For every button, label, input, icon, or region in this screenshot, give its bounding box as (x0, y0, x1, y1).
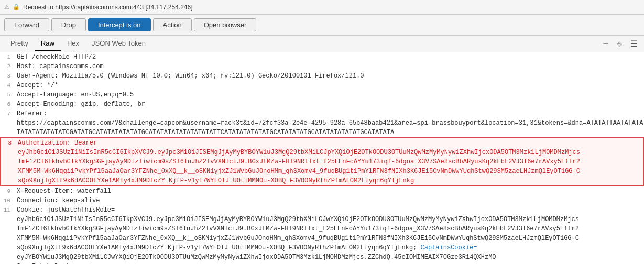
line-number: 1 (0, 52, 15, 62)
wordwrap-icon[interactable]: ⎓ (601, 38, 610, 50)
forward-button[interactable]: Forward (4, 18, 49, 31)
table-row: 12Sec-Fetch-Dest: empty (0, 262, 644, 264)
menu-icon[interactable]: ☰ (628, 38, 640, 50)
line-number: 11 (0, 205, 15, 215)
table-row: XFMM5M-Wk6Hqgi1PvkYPfl5aaJaOar3YFZNhe_0x… (0, 234, 644, 243)
line-number (0, 215, 15, 224)
line-content: Connection: keep-alive (15, 196, 644, 205)
line-number (1, 167, 16, 176)
table-row: 1GET /checkRole HTTP/2 (0, 52, 644, 62)
top-bar: ⚠ 🔒 Request to https://captainscomms.com… (0, 0, 644, 15)
line-content: ImF1ZCI6IkhvbGlkYXkgSGFjayAyMDIzIiwicm9s… (15, 224, 644, 234)
table-row: 2Host: captainscomms.com (0, 62, 644, 71)
line-number: 2 (0, 62, 15, 71)
table-row: https://captainscomms.com/?&challenge=ca… (0, 118, 644, 137)
table-row: 8Authorization: Bearer (1, 138, 643, 148)
line-content: eyJYBOYW1uJ3MgQ29tbXMiLCJwYXQiOjE2OTkOOD… (15, 252, 644, 262)
line-content: Host: captainscomms.com (15, 62, 644, 71)
line-content: sQo9XnjIgXtf9x6dACOOLYXe1AMly4xJM9DfcZY_… (15, 243, 644, 252)
line-number: 12 (0, 262, 15, 264)
warning-icon: ⚠ (4, 4, 9, 10)
line-content: Accept-Encoding: gzip, deflate, br (15, 100, 644, 109)
line-content: GET /checkRole HTTP/2 (15, 52, 644, 62)
copy-icon[interactable]: ⎆ (615, 38, 624, 50)
line-content: Authorization: Bearer (16, 138, 643, 148)
line-content: Accept: */* (15, 81, 644, 90)
table-row: sQo9XnjIgXtf9x6dACOOLYXe1AMly4xJM9DfcZY_… (1, 176, 643, 185)
lock-icon: 🔒 (13, 4, 20, 10)
table-row: ImF1ZCI6IkhvbGlkYXkgSGFjayAyMDIzIiwicm9s… (1, 157, 643, 167)
table-row: XFMM5M-Wk6Hqgi1PvkYPfl5aaJaOar3YFZNhe_0x… (1, 167, 643, 176)
line-number (0, 118, 15, 137)
line-content: ImF1ZCI6IkhvbGlkYXkgSGFjayAyMDIzIiwicm9s… (16, 157, 643, 167)
table-row: eyJhbGciOiJSUzI1NiIsInR5cCI6IkpXVCJ9.eyJ… (1, 148, 643, 157)
line-number: 9 (0, 186, 15, 196)
line-number (0, 234, 15, 243)
line-content: eyJhbGciOiJSUzI1NiIsInR5cCI6IkpXVCJ9.eyJ… (16, 148, 643, 157)
table-row: eyJYBOYW1uJ3MgQ29tbXMiLCJwYXQiOjE2OTkOOD… (0, 252, 644, 262)
auth-block: 8Authorization: BearereyJhbGciOiJSUzI1Ni… (0, 137, 644, 186)
line-content: Sec-Fetch-Dest: empty (15, 262, 644, 264)
line-content: Accept-Language: en-US,en;q=0.5 (15, 90, 644, 100)
line-number (0, 224, 15, 234)
tab-jwt[interactable]: JSON Web Token (85, 36, 152, 51)
line-number (0, 252, 15, 262)
url-text: Request to https://captainscomms.com:443… (23, 4, 193, 11)
content-area[interactable]: 1GET /checkRole HTTP/22Host: captainscom… (0, 52, 644, 264)
open-browser-button[interactable]: Open browser (194, 18, 257, 31)
table-row: eyJhbGciOiJSUzI1NiIsInR5cCI6IkpXVCJ9.eyJ… (0, 215, 644, 224)
line-number: 6 (0, 100, 15, 109)
drop-button[interactable]: Drop (51, 18, 86, 31)
toolbar: Forward Drop Intercept is on Action Open… (0, 15, 644, 36)
table-row: 4Accept: */* (0, 81, 644, 90)
table-row: 3User-Agent: Mozilla/5.0 (Windows NT 10.… (0, 71, 644, 81)
line-number (0, 243, 15, 252)
line-number (1, 176, 16, 185)
table-row: 11Cookie: justWatchThisRole= (0, 205, 644, 215)
line-number: 5 (0, 90, 15, 100)
tab-hex[interactable]: Hex (61, 36, 85, 51)
table-row: 9X-Request-Item: waterfall (0, 186, 644, 196)
line-content: X-Request-Item: waterfall (15, 186, 644, 196)
table-row: 5Accept-Language: en-US,en;q=0.5 (0, 90, 644, 100)
line-number (1, 157, 16, 167)
table-row: 10Connection: keep-alive (0, 196, 644, 205)
line-content: User-Agent: Mozilla/5.0 (Windows NT 10.0… (15, 71, 644, 81)
line-content: Referer: (15, 109, 644, 118)
captains-cookie-label: CaptainsCookie= (421, 244, 477, 251)
table-row: ImF1ZCI6IkhvbGlkYXkgSGFjayAyMDIzIiwicm9s… (0, 224, 644, 234)
table-row: 7Referer: (0, 109, 644, 118)
table-row: sQo9XnjIgXtf9x6dACOOLYXe1AMly4xJM9DfcZY_… (0, 243, 644, 252)
intercept-button[interactable]: Intercept is on (88, 18, 151, 31)
tab-pretty[interactable]: Pretty (4, 36, 35, 51)
tab-bar: Pretty Raw Hex JSON Web Token ⎓ ⎆ ☰ (0, 36, 644, 52)
action-button[interactable]: Action (153, 18, 192, 31)
line-number: 3 (0, 71, 15, 81)
line-content: XFMM5M-Wk6Hqgi1PvkYPfl5aaJaOar3YFZNhe_0x… (15, 234, 644, 243)
line-number: 8 (1, 138, 16, 148)
tab-raw[interactable]: Raw (35, 36, 61, 51)
line-content: sQo9XnjIgXtf9x6dACOOLYXe1AMly4xJM9DfcZY_… (16, 176, 643, 185)
table-row: 6Accept-Encoding: gzip, deflate, br (0, 100, 644, 109)
line-content: Cookie: justWatchThisRole= (15, 205, 644, 215)
line-content: eyJhbGciOiJSUzI1NiIsInR5cCI6IkpXVCJ9.eyJ… (15, 215, 644, 224)
line-content: https://captainscomms.com/?&challenge=ca… (15, 118, 644, 137)
line-number: 7 (0, 109, 15, 118)
line-number: 10 (0, 196, 15, 205)
line-number (1, 148, 16, 157)
line-content: XFMM5M-Wk6Hqgi1PvkYPfl5aaJaOar3YFZNhe_0x… (16, 167, 643, 176)
line-number: 4 (0, 81, 15, 90)
